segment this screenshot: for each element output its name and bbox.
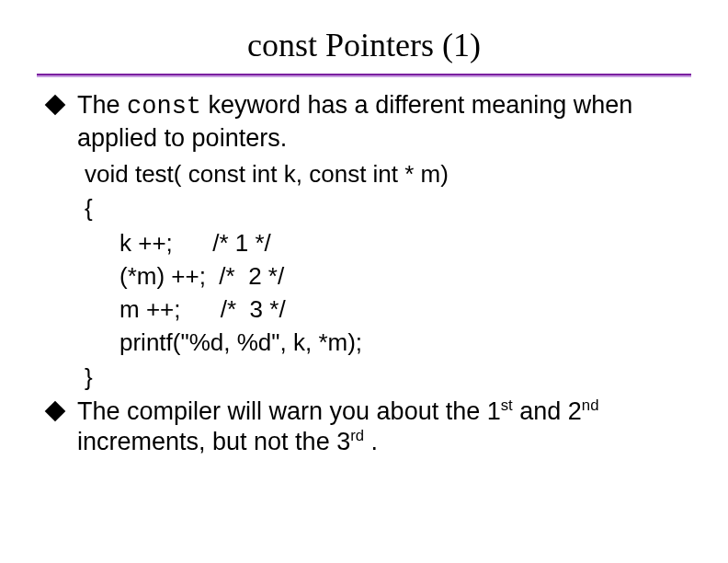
bullet-item-1: The const keyword has a different meanin… [46, 90, 691, 155]
slide: const Pointers (1) The const keyword has… [0, 0, 728, 563]
bullet1-keyword: const [127, 93, 201, 121]
code-signature: void test( const int k, const int * m) [46, 158, 691, 191]
bullet2-p4: . [364, 428, 378, 455]
bullet2-sup2: nd [582, 396, 599, 414]
diamond-bullet-icon [45, 95, 66, 116]
bullet2-p3: increments, but not the 3 [77, 428, 350, 455]
bullet2-sup3: rd [350, 427, 364, 444]
slide-title: const Pointers (1) [0, 0, 728, 74]
code-open-brace: { [46, 192, 691, 225]
code-line-3: m ++; /* 3 */ [46, 293, 691, 327]
code-line-1: k ++; /* 1 */ [46, 227, 691, 260]
bullet-item-2: The compiler will warn you about the 1st… [46, 396, 691, 459]
bullet2-p1: The compiler will warn you about the 1 [77, 397, 501, 425]
code-line-2: (*m) ++; /* 2 */ [46, 260, 691, 293]
code-close-brace: } [46, 362, 691, 395]
title-divider [37, 74, 691, 77]
code-line-4: printf("%d, %d", k, *m); [46, 327, 691, 360]
content-area: The const keyword has a different meanin… [0, 85, 728, 458]
diamond-bullet-icon [45, 400, 66, 421]
bullet2-p2: and 2 [513, 397, 582, 425]
bullet1-text-pre: The [77, 91, 127, 119]
bullet2-sup1: st [501, 396, 513, 414]
